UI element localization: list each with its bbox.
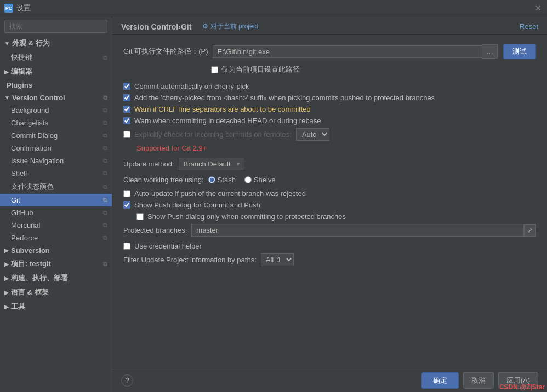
panel-body: Git 可执行文件的路径：(P) … 测试 仅为当前项目设置此路径 Commit… (112, 35, 547, 368)
credential-row: Use credential helper (123, 242, 536, 250)
sidebar-item-editor[interactable]: ▶ 编辑器 (0, 65, 112, 79)
sidebar-item-github[interactable]: GitHub ⧉ (0, 206, 112, 219)
app-icon: PC (4, 4, 13, 13)
auto-update-label: Auto-update if push of the current branc… (134, 189, 306, 198)
cherry-suffix-row: Add the 'cherry-picked from <hash>' suff… (123, 94, 536, 102)
arrow-icon-tools: ▶ (4, 304, 9, 310)
exe-path-row: Git 可执行文件的路径：(P) … 测试 (123, 44, 536, 59)
sidebar-item-keymaps[interactable]: 快捷键 ⧉ (0, 50, 112, 65)
sidebar-item-git[interactable]: Git ⧉ (0, 194, 112, 206)
filter-row: Filter Update Project information by pat… (123, 253, 536, 266)
copy-icon-conf: ⧉ (103, 145, 107, 152)
exe-browse-button[interactable]: … (482, 44, 498, 59)
update-method-label: Update method: (123, 160, 174, 168)
clean-label: Clean working tree using: (123, 176, 204, 184)
only-project-checkbox[interactable] (211, 66, 218, 73)
arrow-icon-vcs: ▼ (4, 95, 10, 101)
stash-radio-item: Stash (208, 176, 236, 184)
window-controls: ✕ (534, 4, 543, 13)
help-button[interactable]: ? (121, 374, 133, 387)
reset-button[interactable]: Reset (520, 22, 538, 31)
arrow-icon-svn: ▶ (4, 247, 9, 253)
shelve-label: Shelve (254, 176, 276, 184)
titlebar: PC 设置 ✕ (0, 0, 547, 16)
crlf-row: Warn if CRLF line separators are about t… (123, 105, 536, 113)
detached-head-checkbox[interactable] (123, 117, 130, 124)
cherry-suffix-checkbox[interactable] (123, 94, 130, 101)
show-push-row: Show Push dialog for Commit and Push (123, 201, 536, 209)
for-current-label: ⚙ 对于当前 project (202, 22, 258, 31)
panel-title: Git (181, 22, 191, 31)
sidebar-item-confirmation[interactable]: Confirmation ⧉ (0, 142, 112, 154)
show-push-protected-checkbox[interactable] (136, 213, 144, 220)
incoming-select[interactable]: Auto (296, 128, 329, 141)
show-push-checkbox[interactable] (123, 201, 130, 209)
copy-icon-proj: ⧉ (103, 261, 107, 268)
auto-update-row: Auto-update if push of the current branc… (123, 189, 536, 198)
method-select[interactable]: Branch Default (179, 158, 244, 170)
radio-group: Stash Shelve (208, 176, 276, 184)
arrow-icon-build: ▶ (4, 275, 9, 281)
sidebar-item-changelists[interactable]: Changelists ⧉ (0, 117, 112, 129)
clean-row: Clean working tree using: Stash Shelve (123, 176, 536, 184)
protected-branches-row: Protected branches: ⤢ (123, 224, 536, 237)
filter-select[interactable]: All ⇕ (261, 253, 294, 266)
close-icon[interactable]: ✕ (534, 4, 543, 13)
auto-update-checkbox[interactable] (123, 190, 130, 197)
incoming-checkbox[interactable] (123, 131, 130, 138)
sidebar-item-perforce[interactable]: Perforce ⧉ (0, 232, 112, 244)
protected-label: Protected branches: (123, 226, 187, 234)
credential-checkbox[interactable] (123, 243, 130, 250)
credential-label: Use credential helper (134, 242, 202, 250)
show-push-protected-label: Show Push dialog only when committing to… (147, 212, 346, 221)
cherry-suffix-label: Add the 'cherry-picked from <hash>' suff… (134, 94, 435, 102)
copy-icon-vcs: ⧉ (103, 94, 107, 101)
sidebar-item-build[interactable]: ▶ 构建、执行、部署 (0, 271, 112, 285)
expand-protected-button[interactable]: ⤢ (524, 224, 536, 237)
auto-cherry-label: Commit automatically on cherry-pick (134, 82, 249, 90)
copy-icon-shelf: ⧉ (103, 170, 107, 177)
exe-input[interactable] (213, 45, 482, 58)
panel-header: Version Control › Git ⚙ 对于当前 project Res… (112, 16, 547, 35)
sidebar-item-subversion[interactable]: ▶ Subversion (0, 244, 112, 257)
sidebar-item-lang[interactable]: ▶ 语言 & 框架 (0, 285, 112, 299)
sidebar-item-appearance[interactable]: ▼ 外观 & 行为 (0, 36, 112, 50)
cancel-button[interactable]: 取消 (463, 372, 494, 389)
arrow-icon-editor: ▶ (4, 69, 9, 75)
copy-icon-bg: ⧉ (103, 107, 107, 114)
sidebar-item-shelf[interactable]: Shelf ⧉ (0, 167, 112, 180)
sidebar-item-issue-navigation[interactable]: Issue Navigation ⧉ (0, 154, 112, 167)
bottom-bar: ? 确定 取消 应用(A) (112, 368, 547, 392)
copy-icon-hg: ⧉ (103, 222, 107, 229)
copy-icon-git: ⧉ (103, 197, 107, 204)
sidebar: ▼ 外观 & 行为 快捷键 ⧉ ▶ 编辑器 Plugins ▼ Version … (0, 16, 112, 392)
sidebar-item-commit-dialog[interactable]: Commit Dialog ⧉ (0, 129, 112, 142)
apply-button[interactable]: 应用(A) (498, 372, 538, 389)
only-project-row: 仅为当前项目设置此路径 (123, 65, 536, 74)
crlf-checkbox[interactable] (123, 106, 130, 113)
auto-cherry-checkbox[interactable] (123, 83, 130, 90)
stash-label: Stash (218, 176, 236, 184)
sidebar-item-mercurial[interactable]: Mercurial ⧉ (0, 219, 112, 232)
sidebar-item-file-status-color[interactable]: 文件状态颜色 ⧉ (0, 180, 112, 194)
confirm-button[interactable]: 确定 (421, 372, 459, 389)
show-push-label: Show Push dialog for Commit and Push (134, 201, 260, 209)
copy-icon-in: ⧉ (103, 157, 107, 164)
sidebar-item-vcs[interactable]: ▼ Version Control ⧉ (0, 91, 112, 104)
update-method-row: Update method: Branch Default ▼ (123, 158, 536, 170)
copy-icon-fsc: ⧉ (103, 183, 107, 191)
sidebar-item-project-testgit[interactable]: ▶ 项目: testgit ⧉ (0, 257, 112, 271)
sidebar-item-plugins[interactable]: Plugins (0, 79, 112, 91)
test-button[interactable]: 测试 (503, 44, 536, 59)
sidebar-item-tools[interactable]: ▶ 工具 (0, 299, 112, 314)
arrow-icon-lang: ▶ (4, 290, 9, 296)
sidebar-item-background[interactable]: Background ⧉ (0, 104, 112, 117)
search-input[interactable] (4, 20, 107, 33)
detached-head-row: Warn when committing in detached HEAD or… (123, 117, 536, 125)
copy-icon-cl: ⧉ (103, 119, 107, 126)
exe-input-wrap: … (213, 44, 498, 59)
protected-input[interactable] (191, 224, 524, 237)
shelve-radio[interactable] (244, 176, 252, 183)
filter-label: Filter Update Project information by pat… (123, 256, 257, 264)
stash-radio[interactable] (208, 176, 215, 183)
